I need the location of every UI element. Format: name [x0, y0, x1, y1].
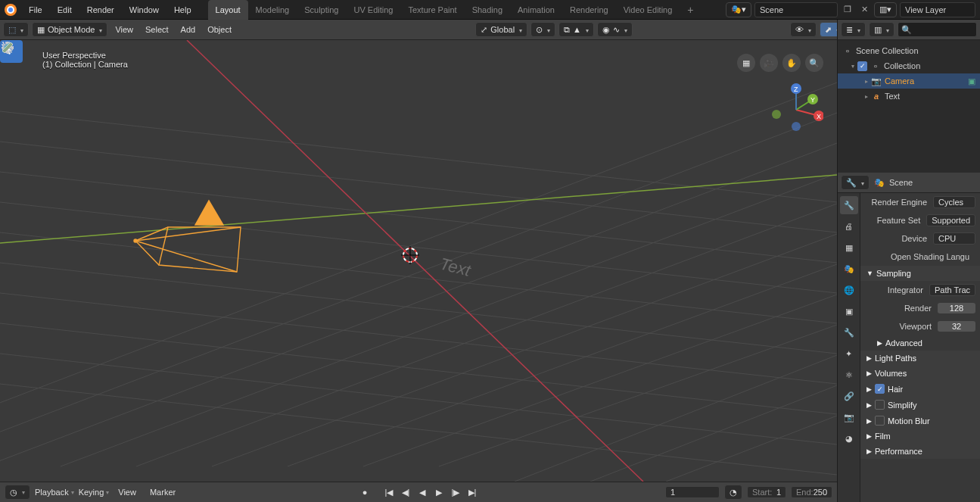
ptab-object[interactable]: ▣ [840, 302, 858, 320]
header-menu-object[interactable]: Object [203, 25, 236, 34]
outliner-item-camera[interactable]: ▸📷Camera▣ [838, 73, 980, 89]
panel-hair[interactable]: ▶Hair [860, 381, 980, 397]
ptab-render[interactable]: 🔧 [840, 196, 858, 214]
workspace-tab-modeling[interactable]: Modeling [248, 0, 297, 20]
panel-motion-blur[interactable]: ▶Motion Blur [860, 413, 980, 429]
workspace-tab-uv[interactable]: UV Editing [346, 0, 400, 20]
viewlayer-browse-icon[interactable]: ▥▾ [874, 2, 897, 17]
ptab-scene[interactable]: 🎭 [840, 260, 858, 278]
timeline-menu-keying[interactable]: Keying [79, 488, 110, 497]
nav-pan-icon[interactable]: ✋ [782, 54, 801, 72]
scene-browse-icon[interactable]: 🎭▾ [726, 2, 751, 17]
snap-toggle[interactable]: ⧉▲ [558, 22, 594, 37]
collection-checkbox[interactable] [857, 61, 867, 71]
orientation-dropdown[interactable]: ⤢Global [475, 22, 527, 37]
3d-viewport[interactable]: Text User Perspective (1) Collection | C… [0, 40, 837, 482]
jump-end-icon[interactable]: ▶| [465, 485, 480, 500]
integrator-dropdown[interactable]: Path Trac [929, 284, 975, 296]
current-frame-field[interactable]: 1 [665, 486, 720, 498]
viewport-samples-field[interactable]: 32 [938, 321, 975, 332]
scene-name-field[interactable]: Scene [754, 2, 838, 17]
play-reverse-icon[interactable]: ◀ [415, 485, 430, 500]
tool-cursor[interactable] [0, 63, 23, 86]
workspace-tab-layout[interactable]: Layout [208, 0, 248, 20]
outliner-collection[interactable]: ▾▫Collection [838, 58, 980, 73]
autokey-toggle[interactable]: ● [357, 485, 372, 500]
menu-file[interactable]: File [21, 0, 50, 20]
panel-performance[interactable]: ▶Performance [860, 444, 980, 459]
menu-help[interactable]: Help [166, 0, 199, 20]
timeline-menu-marker[interactable]: Marker [145, 488, 180, 497]
frame-clock-icon[interactable]: ◔ [724, 485, 742, 500]
ptab-viewlayer[interactable]: ▦ [840, 239, 858, 257]
outliner-display-dropdown[interactable]: ▥ [869, 22, 894, 37]
panel-volumes[interactable]: ▶Volumes [860, 366, 980, 381]
outliner-search-input[interactable]: 🔍 [898, 22, 977, 37]
simplify-checkbox[interactable] [875, 400, 885, 410]
tool-measure[interactable] [0, 223, 23, 246]
visibility-dropdown[interactable]: 👁 [790, 22, 817, 37]
proportional-edit[interactable]: ◉∿ [597, 22, 633, 37]
workspace-tab-animation[interactable]: Animation [510, 0, 562, 20]
scene-delete-icon[interactable]: ✕ [857, 3, 871, 17]
nav-cameraview-icon[interactable]: 🎥 [760, 54, 778, 72]
render-engine-dropdown[interactable]: Cycles [933, 196, 975, 208]
ptab-modifier[interactable]: 🔧 [840, 323, 858, 341]
outliner-editor-dropdown[interactable]: ≣ [841, 22, 866, 37]
panel-light-paths[interactable]: ▶Light Paths [860, 351, 980, 366]
workspace-tab-shading[interactable]: Shading [465, 0, 510, 20]
orientation-gizmo[interactable]: X Y Z [769, 83, 823, 137]
workspace-tab-video[interactable]: Video Editing [616, 0, 680, 20]
header-menu-select[interactable]: Select [141, 25, 173, 34]
render-samples-field[interactable]: 128 [938, 303, 975, 313]
ptab-output[interactable]: 🖨 [840, 217, 858, 235]
panel-simplify[interactable]: ▶Simplify [860, 397, 980, 413]
hair-checkbox[interactable] [875, 384, 885, 394]
pivot-dropdown[interactable]: ⊙ [530, 22, 555, 37]
viewlayer-name-field[interactable]: View Layer [900, 2, 975, 17]
ptab-world[interactable]: 🌐 [840, 281, 858, 299]
menu-edit[interactable]: Edit [50, 0, 79, 20]
outliner-scene-collection[interactable]: ▫Scene Collection [838, 43, 980, 58]
tool-scale[interactable] [0, 143, 23, 166]
keyframe-prev-icon[interactable]: ◀| [398, 485, 413, 500]
ptab-data[interactable]: 📷 [840, 408, 858, 426]
motionblur-checkbox[interactable] [875, 416, 885, 426]
panel-advanced[interactable]: ▶Advanced [860, 335, 980, 351]
menu-render[interactable]: Render [79, 0, 122, 20]
nav-zoom-icon[interactable]: 🔍 [805, 54, 823, 72]
timeline-menu-view[interactable]: View [114, 488, 141, 497]
timeline-menu-playback[interactable]: Playback [35, 488, 74, 497]
header-menu-view[interactable]: View [110, 25, 138, 34]
tool-move[interactable] [0, 98, 23, 120]
feature-set-dropdown[interactable]: Supported [926, 214, 975, 226]
header-menu-add[interactable]: Add [176, 25, 201, 34]
nav-camera-icon[interactable]: ▦ [737, 54, 755, 72]
panel-sampling[interactable]: ▼Sampling [860, 266, 980, 281]
workspace-tab-add[interactable]: + [680, 0, 701, 20]
ptab-constraint[interactable]: 🔗 [840, 387, 858, 405]
camera-restrict-icon[interactable]: ▣ [968, 76, 975, 86]
device-dropdown[interactable]: CPU [933, 232, 975, 245]
tool-transform[interactable] [0, 166, 23, 189]
ptab-material[interactable]: ◕ [840, 429, 858, 447]
tool-annotate[interactable] [0, 201, 23, 223]
mode-dropdown[interactable]: ▦Object Mode [32, 22, 107, 37]
scene-new-icon[interactable]: ❐ [841, 3, 854, 17]
jump-start-icon[interactable]: |◀ [381, 485, 397, 500]
start-frame-field[interactable]: Start:1 [747, 486, 786, 498]
workspace-tab-rendering[interactable]: Rendering [562, 0, 616, 20]
end-frame-field[interactable]: End:250 [791, 486, 832, 498]
menu-window[interactable]: Window [122, 0, 166, 20]
ptab-physics[interactable]: ⚛ [840, 366, 858, 384]
workspace-tab-texture[interactable]: Texture Paint [400, 0, 464, 20]
panel-film[interactable]: ▶Film [860, 429, 980, 444]
workspace-tab-sculpting[interactable]: Sculpting [297, 0, 346, 20]
outliner-item-text[interactable]: ▸aText [838, 89, 980, 104]
properties-editor-dropdown[interactable]: 🔧 [841, 175, 870, 190]
editor-type-dropdown[interactable]: ⬚ [3, 22, 29, 37]
tool-rotate[interactable] [0, 120, 23, 143]
ptab-particle[interactable]: ✦ [840, 345, 858, 363]
timeline-editor-dropdown[interactable]: ◷ [5, 485, 30, 500]
play-icon[interactable]: ▶ [431, 485, 446, 500]
